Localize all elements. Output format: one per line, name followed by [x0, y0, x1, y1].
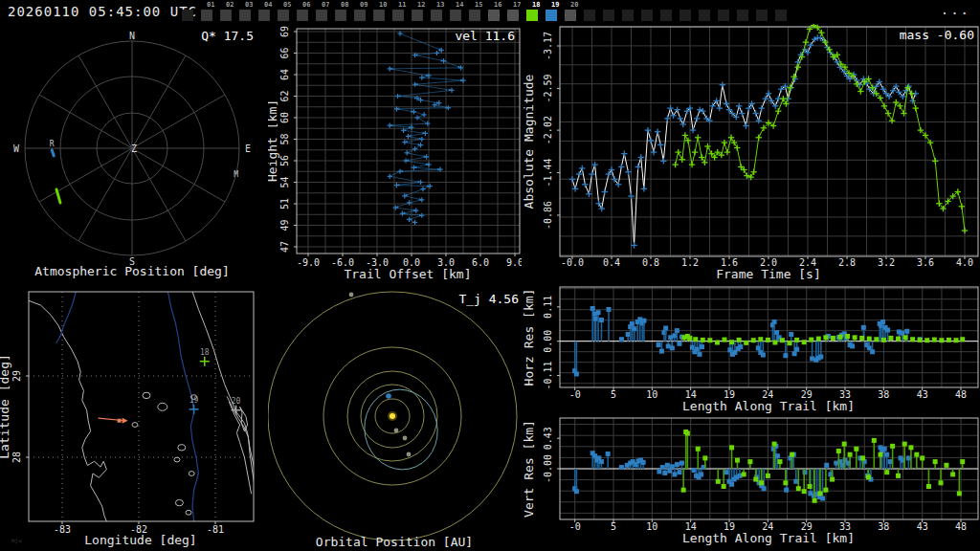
residual-point: [599, 318, 604, 322]
residual-point: [701, 338, 705, 342]
frame-thumbnail-20[interactable]: [565, 10, 576, 21]
residual-point: [675, 328, 679, 333]
frame-placeholder: [622, 10, 634, 21]
y-tick-label: 56: [279, 155, 290, 166]
y-tick-label: -0.86: [543, 201, 553, 230]
frame-thumbnail-04[interactable]: [258, 10, 270, 21]
frame-thumbnail-08[interactable]: [335, 10, 346, 21]
frame-thumbnail-05[interactable]: [278, 10, 289, 21]
frame-thumbnail-01[interactable]: [201, 10, 212, 21]
residual-point: [870, 349, 875, 354]
residual-point: [790, 452, 794, 457]
planet-marker: [403, 436, 408, 441]
residual-point: [729, 445, 734, 450]
magnitude-panel: -0.00.40.81.21.62.02.42.83.23.64.0-3.17-…: [522, 24, 980, 282]
residual-point: [619, 337, 624, 342]
frame-thumbnail-14[interactable]: [450, 10, 461, 21]
y-tick-label: 66: [279, 47, 290, 58]
frame-number: 10: [379, 1, 387, 9]
residual-point: [879, 452, 883, 457]
orbital-position-plot: T_j 4.56Orbital Position [AU]: [268, 282, 522, 551]
residual-point: [738, 344, 743, 349]
y-tick-label: 47: [279, 241, 290, 253]
residual-point: [848, 452, 853, 457]
residual-point: [761, 353, 766, 358]
residual-point: [742, 472, 746, 476]
orbital-position-panel: T_j 4.56Orbital Position [AU]: [268, 282, 522, 551]
trail-segment: [405, 189, 423, 196]
y-tick-label: -1.44: [543, 158, 553, 187]
frame-thumbnail-19[interactable]: [546, 10, 557, 21]
overflow-menu-icon[interactable]: ...: [941, 2, 970, 17]
residual-point: [885, 327, 890, 332]
residual-point: [693, 337, 698, 342]
x-tick-label: 3.6: [917, 257, 934, 268]
frame-thumbnail-06[interactable]: [297, 10, 308, 21]
residual-point: [803, 470, 808, 474]
y-tick-label: 0.11: [543, 296, 553, 319]
residual-point: [836, 449, 841, 453]
y-tick-label: 69: [279, 26, 290, 37]
frame-number: 05: [283, 1, 291, 9]
frame-thumbnail-03[interactable]: [239, 10, 251, 21]
frame-thumbnail-02[interactable]: [220, 10, 232, 21]
frame-number: 08: [341, 1, 348, 9]
frame-number: 18: [532, 1, 540, 9]
frame-thumbnail-12[interactable]: [412, 10, 423, 21]
y-tick-label: 64: [279, 69, 290, 80]
residual-point: [679, 461, 684, 466]
x-axis-label: Frame Time [s]: [716, 267, 821, 281]
lake-outline: [178, 445, 186, 451]
frame-thumbnail-09[interactable]: [354, 10, 366, 21]
residual-point: [954, 338, 959, 342]
x-tick-label: 0.4: [603, 257, 620, 268]
frame-thumbnail-16[interactable]: [488, 10, 500, 21]
frame-thumbnail-17[interactable]: [507, 10, 519, 21]
lake-outline: [132, 423, 138, 428]
residual-point: [850, 343, 855, 348]
x-tick-label: 5: [611, 521, 616, 532]
y-tick-label: 0.43: [543, 427, 553, 450]
x-tick-label: 1.2: [681, 257, 699, 268]
residual-point: [902, 442, 907, 447]
x-tick-label: 43: [917, 389, 928, 400]
frame-thumbnail-15[interactable]: [469, 10, 480, 21]
frame-number: 17: [513, 1, 521, 9]
horz-res-panel: -051014192429333843480.110.00-0.11Horz R…: [522, 282, 980, 416]
lake-outline: [189, 472, 194, 476]
residual-point: [853, 335, 858, 340]
residual-point: [672, 472, 677, 476]
residual-point: [751, 338, 756, 342]
object-marker: [386, 393, 391, 399]
frame-thumbnail-11[interactable]: [392, 10, 404, 21]
x-tick-label: 10: [646, 521, 657, 532]
x-axis-label: Length Along Trail [km]: [682, 531, 855, 545]
residual-point: [837, 335, 842, 340]
residual-point: [735, 458, 740, 463]
y-tick-label: 49: [279, 219, 290, 231]
mass-annotation: mass -0.60: [900, 28, 974, 42]
residual-point: [920, 455, 924, 460]
data-line: [56, 292, 77, 343]
residual-point: [910, 337, 915, 342]
residual-point: [606, 452, 611, 456]
object-orbit-ellipse: [357, 383, 445, 476]
trail-segment: [390, 123, 428, 125]
residual-point: [845, 334, 850, 339]
residual-point: [758, 337, 763, 342]
frame-thumbnail-13[interactable]: [431, 10, 442, 21]
trail-segment: [415, 55, 444, 61]
residual-point: [722, 484, 726, 489]
frame-number: 06: [302, 1, 310, 9]
residual-point: [772, 442, 777, 447]
frame-placeholder: [182, 10, 193, 21]
compass-east: E: [245, 143, 251, 154]
residual-point: [762, 486, 767, 491]
lake-outline: [158, 403, 167, 410]
frame-thumbnail-10[interactable]: [373, 10, 385, 21]
residual-point: [716, 479, 721, 484]
frame-thumbnail-18[interactable]: [526, 10, 538, 21]
residual-point: [766, 338, 770, 342]
frame-thumbnail-07[interactable]: [316, 10, 327, 21]
residual-point: [657, 342, 661, 347]
